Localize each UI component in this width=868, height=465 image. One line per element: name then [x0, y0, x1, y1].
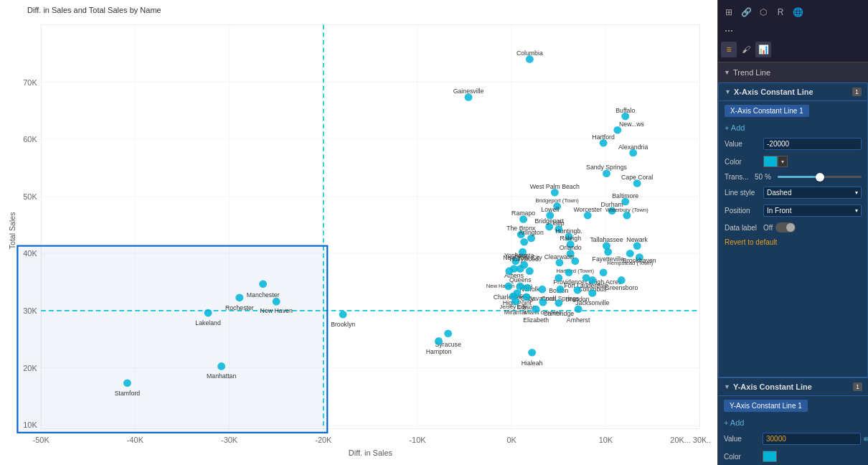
xaxis-tab-button[interactable]: X-Axis Constant Line 1 [725, 105, 809, 117]
svg-text:-30K: -30K [221, 436, 238, 444]
svg-point-159 [435, 337, 443, 345]
svg-text:Islip: Islip [553, 220, 565, 227]
svg-point-79 [520, 238, 528, 246]
toolbar-icon-4[interactable]: R [773, 4, 788, 20]
svg-text:Hialeah: Hialeah [522, 360, 543, 367]
svg-text:10K: 10K [599, 436, 613, 444]
slider-thumb[interactable] [816, 173, 824, 182]
trend-line-chevron: ▼ [724, 69, 730, 76]
svg-point-125 [504, 283, 512, 291]
chart-container: Diff. in Sales and Total Sales by Name 7… [0, 0, 717, 465]
svg-text:Rochester: Rochester [225, 304, 254, 311]
yaxis-color-swatch[interactable] [763, 451, 777, 462]
svg-text:Ramapo: Ramapo [511, 210, 535, 217]
toolbar-icon-analytics[interactable]: 📊 [755, 42, 771, 57]
toolbar-icon-2[interactable]: 🔗 [738, 4, 754, 20]
svg-text:Cape Coral: Cape Coral [621, 174, 653, 181]
svg-point-161 [528, 349, 536, 357]
svg-point-115 [600, 268, 608, 276]
data-label-label: Data label [725, 224, 760, 232]
value-row: Value [719, 135, 867, 153]
trans-slider[interactable] [778, 176, 862, 178]
yaxis-add-link[interactable]: + Add [718, 415, 868, 430]
yaxis-title: Y-Axis Constant Line [733, 382, 812, 391]
svg-rect-36 [17, 246, 327, 433]
svg-point-167 [204, 309, 212, 317]
line-style-row: Line style Dashed ▾ [719, 184, 867, 202]
svg-point-121 [588, 276, 596, 284]
yaxis-tab-button[interactable]: Y-Axis Constant Line 1 [724, 400, 808, 412]
svg-text:Hollywood: Hollywood [510, 255, 539, 263]
svg-text:Newark: Newark [626, 236, 648, 243]
svg-text:Elizabeth: Elizabeth [523, 316, 549, 324]
toolbar-icon-brush[interactable]: 🖌 [738, 42, 754, 57]
yaxis-header: ▼ Y-Axis Constant Line 1 [718, 378, 868, 396]
position-row: Position In Front ▾ [719, 202, 867, 220]
svg-point-131 [538, 286, 546, 293]
toolbar-icon-5[interactable]: 🌐 [790, 4, 806, 20]
svg-text:Sandy Springs: Sandy Springs [586, 164, 627, 172]
toolbar-icon-format[interactable]: ≡ [721, 42, 737, 57]
svg-point-145 [511, 298, 519, 306]
svg-point-165 [235, 294, 243, 302]
color-swatch[interactable] [763, 156, 778, 167]
svg-point-153 [575, 305, 582, 313]
svg-text:New...ws: New...ws [619, 121, 644, 128]
value-input[interactable] [763, 138, 862, 150]
position-label: Position [725, 207, 760, 215]
toolbar-icon-6[interactable]: ⋯ [721, 23, 737, 39]
svg-point-133 [557, 286, 565, 293]
chart-title: Diff. in Sales and Total Sales by Name [6, 6, 712, 14]
svg-point-169 [273, 298, 280, 306]
svg-text:-20K: -20K [315, 436, 332, 444]
toolbar-icon-3[interactable]: ⬡ [755, 4, 771, 20]
yaxis-value-input[interactable] [763, 433, 861, 445]
svg-point-173 [217, 362, 225, 370]
svg-text:20K... 30K... 40K: 20K... 30K... 40K [670, 436, 712, 444]
trend-line-label: Trend Line [733, 68, 770, 77]
trend-line-section: ▼ Trend Line [718, 62, 868, 83]
svg-text:Columbia: Columbia [516, 50, 543, 57]
svg-text:Manchester: Manchester [247, 291, 280, 299]
slider-fill [778, 176, 820, 178]
svg-text:-40K: -40K [127, 436, 144, 444]
xaxis-chevron: ▼ [725, 88, 731, 95]
svg-text:Brooklyn: Brooklyn [331, 321, 355, 328]
svg-point-127 [516, 283, 524, 291]
svg-point-149 [555, 299, 562, 307]
color-dropdown[interactable]: ▾ [778, 156, 788, 167]
svg-text:Hartford: Hartford [592, 133, 615, 141]
svg-text:Alexandria: Alexandria [618, 144, 648, 151]
svg-text:Amherst: Amherst [567, 316, 590, 324]
svg-text:Lowell: Lowell [541, 206, 559, 213]
trans-row: Trans... 50 % [719, 170, 867, 184]
line-style-dropdown[interactable]: Dashed ▾ [763, 187, 862, 199]
svg-point-111 [526, 267, 534, 275]
toolbar-row-2: ⋯ [721, 23, 865, 39]
toggle-track[interactable] [775, 222, 796, 232]
svg-text:60K: 60K [23, 135, 37, 144]
svg-text:-50K: -50K [33, 436, 50, 444]
svg-text:Orlando: Orlando [560, 244, 582, 251]
trans-label: Trans... [725, 173, 752, 181]
svg-text:Gainesville: Gainesville [453, 88, 484, 95]
yaxis-panel: ▼ Y-Axis Constant Line 1 Y-Axis Constant… [718, 377, 868, 465]
toolbar-row-1: ⊞ 🔗 ⬡ R 🌐 [721, 4, 865, 20]
xaxis-add-link[interactable]: + Add [719, 121, 867, 135]
svg-text:Clearwater: Clearwater [544, 253, 575, 260]
yaxis-value-label: Value [724, 435, 760, 443]
trend-line-header[interactable]: ▼ Trend Line [724, 67, 862, 78]
revert-link[interactable]: Revert to default [719, 235, 867, 249]
position-value: In Front [767, 207, 791, 215]
position-dropdown[interactable]: In Front ▾ [763, 205, 862, 217]
svg-point-147 [539, 299, 547, 306]
svg-text:50K: 50K [23, 192, 37, 201]
line-style-arrow: ▾ [855, 189, 858, 196]
toggle-thumb [786, 223, 795, 232]
toolbar-icon-1[interactable]: ⊞ [721, 4, 737, 20]
data-label-row: Data label Off [719, 220, 867, 235]
svg-point-93 [626, 250, 634, 258]
line-style-value: Dashed [767, 189, 791, 197]
svg-text:Baltimore: Baltimore [612, 192, 638, 199]
xaxis-header: ▼ X-Axis Constant Line 1 [719, 83, 867, 101]
